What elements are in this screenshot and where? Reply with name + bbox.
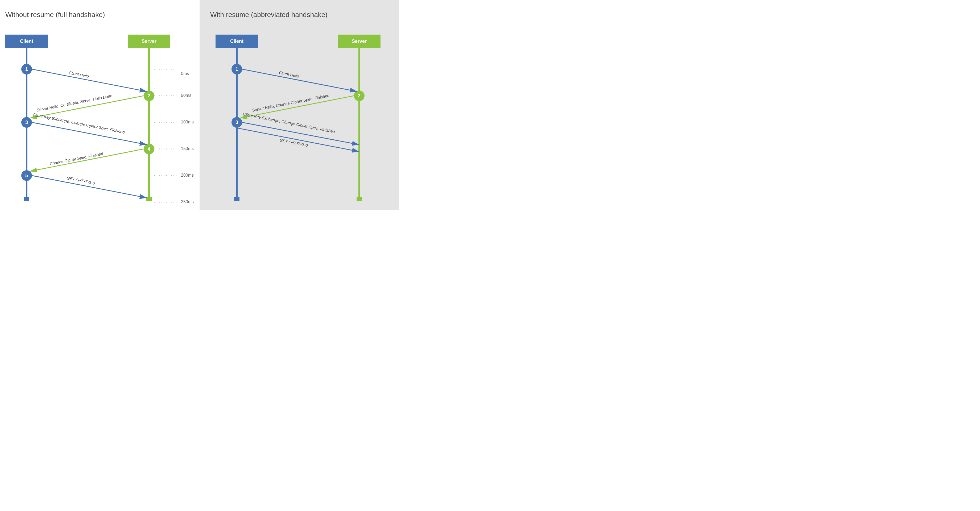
- lifeline-client-end: [234, 197, 239, 201]
- step-1: 1: [21, 64, 32, 75]
- step-4: 4: [144, 144, 154, 154]
- step-2: 2: [354, 90, 364, 101]
- step-2: 2: [144, 90, 154, 101]
- msg-4: GET / HTTP/1.0: [279, 138, 308, 148]
- lifeline-server-end: [146, 197, 152, 201]
- actor-server: Server: [128, 35, 170, 48]
- time-250: 250ms: [181, 200, 194, 204]
- msg-5: GET / HTTP/1.0: [66, 176, 95, 186]
- step-1: 1: [232, 64, 242, 75]
- step-3: 3: [232, 117, 242, 128]
- lifeline-client-end: [24, 197, 29, 201]
- time-150: 150ms: [181, 146, 194, 151]
- handshake-diagram: Without resume (full handshake) Client S…: [0, 0, 399, 210]
- panel-title: With resume (abbreviated handshake): [210, 11, 328, 19]
- step-3: 3: [21, 117, 32, 128]
- arrows-right: [200, 0, 399, 210]
- time-100: 100ms: [181, 120, 194, 124]
- lifeline-server: [358, 48, 360, 197]
- time-50: 50ms: [181, 93, 191, 98]
- msg-3: Client Key Exchange, Change Cipher Spec,…: [32, 112, 125, 135]
- panel-abbreviated-handshake: With resume (abbreviated handshake) Clie…: [200, 0, 399, 210]
- msg-4: Change Cipher Spec, Finished: [49, 151, 103, 166]
- svg-line-3: [30, 149, 144, 171]
- msg-1: Client Hello: [68, 70, 89, 78]
- msg-3: Client Key Exchange, Change Cipher Spec,…: [243, 112, 336, 134]
- svg-line-8: [238, 128, 359, 152]
- lifeline-server: [148, 48, 150, 197]
- panel-title: Without resume (full handshake): [5, 11, 105, 19]
- msg-2: Server Hello, Certificate, Server Hello …: [36, 94, 113, 113]
- msg-1: Client Hello: [278, 70, 300, 78]
- actor-client: Client: [5, 35, 48, 48]
- svg-line-0: [32, 69, 147, 92]
- svg-line-5: [242, 69, 357, 92]
- lifeline-server-end: [356, 197, 362, 201]
- time-0: 0ms: [181, 71, 189, 76]
- actor-server: Server: [338, 35, 380, 48]
- actor-client: Client: [216, 35, 258, 48]
- panel-full-handshake: Without resume (full handshake) Client S…: [0, 0, 200, 210]
- svg-line-4: [32, 176, 147, 198]
- msg-2: Server Hello, Change Cipher Spec, Finish…: [252, 93, 330, 113]
- time-200: 200ms: [181, 173, 194, 178]
- step-5: 5: [21, 170, 32, 181]
